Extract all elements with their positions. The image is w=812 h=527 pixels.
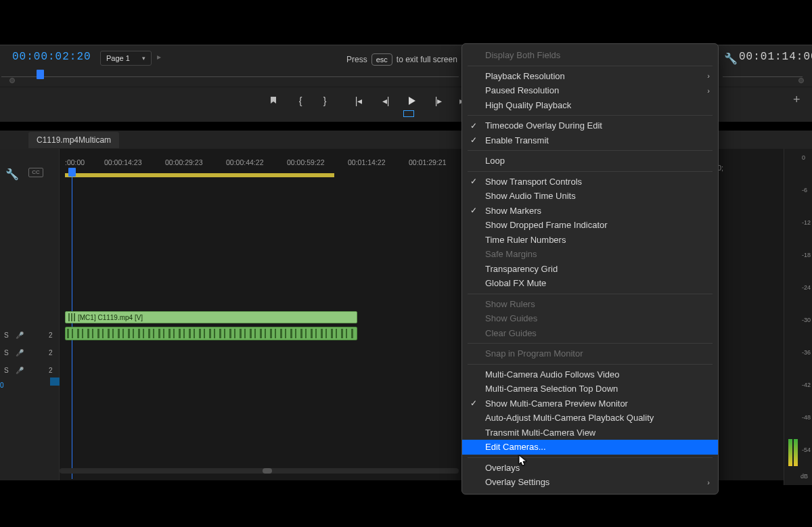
- add-button-icon[interactable]: +: [793, 93, 800, 107]
- menu-item[interactable]: Transparency Grid: [462, 262, 718, 277]
- menu-item-label: Show Rulers: [485, 299, 535, 309]
- audio-clip[interactable]: [65, 327, 357, 340]
- menu-item[interactable]: Multi-Camera Selection Top Down: [462, 382, 718, 396]
- menu-item[interactable]: ✓Show Markers: [462, 204, 718, 219]
- solo-button[interactable]: S: [4, 349, 9, 357]
- menu-item[interactable]: Show Dropped Frame Indicator: [462, 218, 718, 233]
- menu-item[interactable]: ✓Show Multi-Camera Preview Monitor: [462, 396, 718, 411]
- scrubber-handle-right[interactable]: [798, 78, 804, 83]
- menu-item[interactable]: Overlays: [462, 461, 718, 476]
- track-header[interactable]: S 🎤 2: [0, 344, 60, 361]
- menu-item[interactable]: Paused Resolution›: [462, 83, 718, 98]
- menu-item[interactable]: Global FX Mute: [462, 276, 718, 291]
- hint-rest: to exit full screen: [397, 55, 457, 64]
- timeline-hscroll[interactable]: [60, 468, 459, 474]
- menu-item[interactable]: Transmit Multi-Camera View: [462, 426, 718, 440]
- menu-item-label: Overlays: [485, 463, 520, 473]
- play-icon[interactable]: [403, 93, 420, 109]
- menu-item[interactable]: Show Audio Time Units: [462, 189, 718, 204]
- in-point-icon[interactable]: {: [292, 93, 309, 109]
- scroll-thumb[interactable]: [263, 468, 272, 474]
- menu-item-label: Global FX Mute: [485, 278, 546, 288]
- step-forward-icon[interactable]: |▸: [430, 93, 447, 109]
- ruler-tick: 00:01:29:21: [409, 158, 446, 166]
- menu-item-label: Time Ruler Numbers: [485, 235, 566, 245]
- chevron-right-icon: ›: [707, 478, 710, 486]
- add-marker-icon[interactable]: [265, 93, 281, 109]
- solo-button[interactable]: S: [4, 367, 9, 374]
- meter-scale: 0 -6 -12 -18 -24 -30 -36 -42 -48 -54: [786, 154, 811, 467]
- menu-item-label: Auto-Adjust Multi-Camera Playback Qualit…: [485, 413, 654, 423]
- ruler-tick: 00:00:44:22: [226, 158, 263, 166]
- menu-item[interactable]: Overlay Settings›: [462, 475, 718, 490]
- meter-db-label: dB: [800, 473, 808, 480]
- check-icon: ✓: [470, 121, 477, 131]
- timeline-zero-marker: 0: [0, 382, 7, 391]
- scrubber-handle-left[interactable]: [9, 78, 15, 83]
- mic-icon[interactable]: 🎤: [16, 367, 24, 374]
- sequence-tab[interactable]: C1119.mp4Multicam: [28, 132, 119, 148]
- captions-toggle[interactable]: CC: [28, 168, 43, 177]
- menu-item[interactable]: Multi-Camera Audio Follows Video: [462, 367, 718, 382]
- menu-separator: [468, 171, 713, 172]
- menu-item[interactable]: High Quality Playback: [462, 98, 718, 113]
- page-next-icon[interactable]: ▸: [157, 52, 161, 62]
- program-monitor-context-menu[interactable]: Display Both FieldsPlayback Resolution›P…: [461, 43, 719, 495]
- mic-icon[interactable]: 🎤: [16, 331, 24, 339]
- ruler-tick: 00:00:59:22: [287, 158, 324, 166]
- page-label: Page 1: [106, 54, 130, 62]
- clip-label: [MC1] C1119.mp4 [V]: [78, 314, 143, 321]
- track-number: 2: [49, 331, 53, 339]
- track-header[interactable]: S 🎤 2: [0, 326, 60, 344]
- menu-item-label: Enable Transmit: [485, 135, 549, 145]
- scrubber-playhead[interactable]: [37, 70, 44, 79]
- monitor-scrubber[interactable]: [1, 70, 459, 82]
- check-icon: ✓: [470, 135, 477, 145]
- go-to-in-icon[interactable]: |◂: [351, 93, 367, 109]
- check-icon: ✓: [470, 398, 477, 408]
- menu-separator: [468, 457, 713, 458]
- wrench-icon[interactable]: 🔧: [5, 168, 19, 181]
- menu-separator: [468, 115, 713, 116]
- menu-item[interactable]: Edit Cameras...: [462, 440, 718, 455]
- menu-item[interactable]: Playback Resolution›: [462, 69, 718, 84]
- menu-item-label: High Quality Playback: [485, 100, 571, 110]
- work-area-bar[interactable]: [65, 173, 334, 177]
- timecode-right[interactable]: 00:01:14:00: [739, 51, 812, 63]
- track-number: 2: [49, 367, 53, 374]
- wrench-icon[interactable]: 🔧: [724, 52, 738, 65]
- meter-tick: -36: [802, 349, 811, 356]
- menu-item: Clear Guides: [462, 326, 718, 341]
- timecode-left[interactable]: 00:00:02:20: [12, 51, 91, 63]
- menu-item-label: Multi-Camera Selection Top Down: [485, 384, 618, 394]
- ruler-tick: :00:00: [65, 158, 85, 166]
- menu-item[interactable]: Loop: [462, 154, 718, 168]
- menu-item-label: Show Markers: [485, 206, 541, 216]
- page-selector[interactable]: Page 1 ▾: [100, 51, 152, 66]
- menu-item: Show Guides: [462, 311, 718, 326]
- menu-item[interactable]: Auto-Adjust Multi-Camera Playback Qualit…: [462, 411, 718, 426]
- track-header[interactable]: S 🎤 2: [0, 361, 60, 379]
- audio-meter: 0 -6 -12 -18 -24 -30 -36 -42 -48 -54 dB: [784, 149, 812, 485]
- meter-tick: -54: [802, 446, 811, 453]
- esc-key: esc: [371, 53, 392, 66]
- menu-item[interactable]: ✓Timecode Overlay During Edit: [462, 118, 718, 133]
- solo-button[interactable]: S: [4, 331, 9, 339]
- monitor-scrubber-right[interactable]: [723, 70, 803, 82]
- menu-separator: [468, 343, 713, 344]
- out-point-icon[interactable]: }: [317, 93, 333, 109]
- menu-item[interactable]: Time Ruler Numbers: [462, 233, 718, 248]
- time-ruler[interactable]: :00:00 00:00:14:23 00:00:29:23 00:00:44:…: [60, 158, 460, 172]
- menu-item[interactable]: ✓Show Transport Controls: [462, 175, 718, 189]
- video-clip[interactable]: [MC1] C1119.mp4 [V]: [65, 311, 357, 323]
- meter-tick: -30: [802, 317, 811, 323]
- meter-bar-left: [788, 439, 792, 466]
- mic-icon[interactable]: 🎤: [16, 349, 24, 357]
- track-lock-indicator[interactable]: [50, 377, 60, 386]
- menu-separator: [468, 294, 713, 294]
- step-back-icon[interactable]: ◂|: [378, 93, 394, 109]
- menu-item[interactable]: ✓Enable Transmit: [462, 133, 718, 148]
- scrubber-line: [1, 76, 459, 77]
- multicam-toggle-icon[interactable]: [403, 110, 414, 117]
- hint-press: Press: [346, 55, 367, 64]
